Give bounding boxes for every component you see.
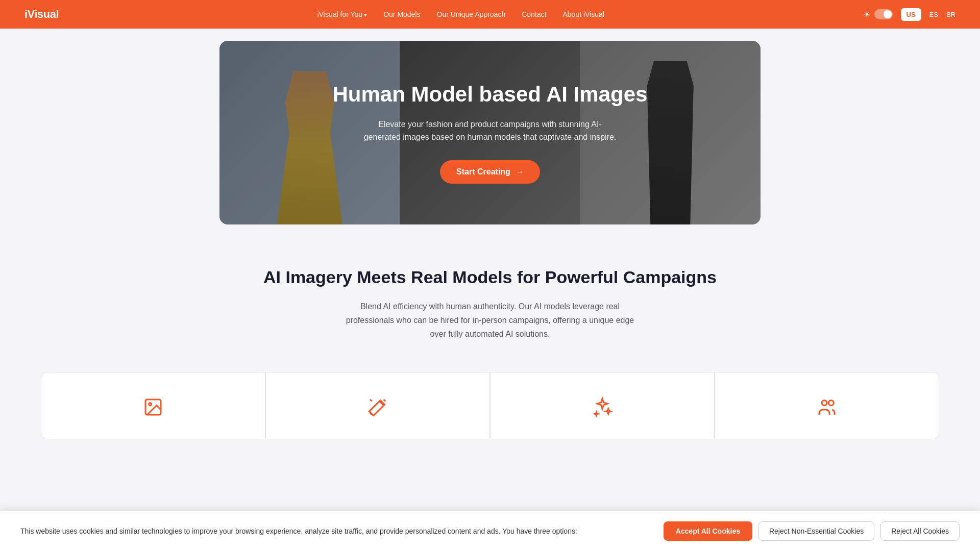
toggle-knob: [884, 10, 892, 18]
svg-point-1: [149, 403, 152, 405]
start-creating-button[interactable]: Start Creating →: [440, 160, 540, 184]
svg-point-7: [828, 400, 834, 405]
feature-card-2: [265, 372, 490, 439]
lang-us-button[interactable]: US: [901, 8, 921, 21]
cta-arrow: →: [516, 167, 524, 177]
hero-title: Human Model based AI Images: [333, 82, 648, 107]
feature-card-4: [715, 372, 939, 439]
section2-heading: AI Imagery Meets Real Models for Powerfu…: [10, 267, 970, 287]
lang-br-button[interactable]: BR: [946, 11, 955, 18]
svg-line-4: [384, 399, 385, 401]
logo: iVisual: [24, 8, 59, 21]
people-svg: [817, 397, 837, 417]
hero-section: Human Model based AI Images Elevate your…: [219, 41, 761, 224]
toggle-switch[interactable]: [874, 9, 893, 19]
theme-toggle[interactable]: ☀: [863, 9, 893, 19]
lang-es-button[interactable]: ES: [929, 11, 938, 18]
section-ai-imagery: AI Imagery Meets Real Models for Powerfu…: [0, 237, 980, 362]
nav-links: iVisual for You Our Models Our Unique Ap…: [317, 10, 604, 19]
feature-card-1: [41, 372, 265, 439]
sun-icon: ☀: [863, 10, 870, 19]
people-icon: [813, 393, 841, 421]
magic-wand-svg: [368, 397, 388, 417]
cta-label: Start Creating: [456, 167, 510, 177]
nav-item-models[interactable]: Our Models: [383, 10, 420, 19]
sparkles-svg: [592, 397, 612, 417]
feature-card-3: [490, 372, 715, 439]
image-icon: [139, 393, 167, 421]
nav-right: ☀ US ES BR: [863, 8, 955, 21]
nav-item-about[interactable]: About iVisual: [562, 10, 604, 19]
nav-item-contact[interactable]: Contact: [522, 10, 546, 19]
hero-subtitle: Elevate your fashion and product campaig…: [362, 118, 618, 144]
section2-body: Blend AI efficiency with human authentic…: [342, 299, 638, 341]
nav-item-ivisual-for-you[interactable]: iVisual for You: [317, 10, 368, 19]
hero-overlay: Human Model based AI Images Elevate your…: [219, 41, 761, 224]
feature-cards-row: [0, 362, 980, 460]
magic-wand-icon: [363, 393, 392, 421]
nav-item-unique-approach[interactable]: Our Unique Approach: [437, 10, 506, 19]
navbar: iVisual iVisual for You Our Models Our U…: [0, 0, 980, 29]
sparkles-icon: [588, 393, 617, 421]
svg-point-6: [822, 400, 827, 405]
image-svg: [143, 397, 163, 417]
svg-line-3: [370, 399, 372, 401]
